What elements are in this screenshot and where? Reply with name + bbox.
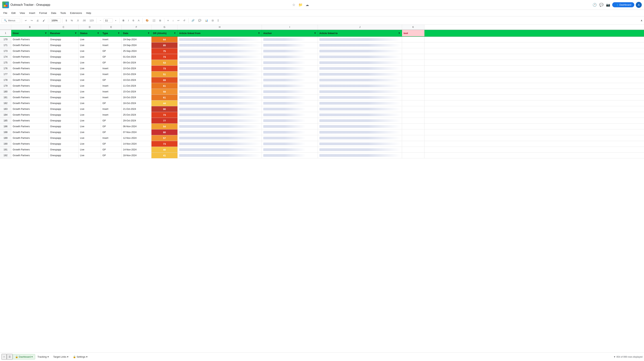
cell-receiver-8[interactable]: Oneupapp: [48, 83, 78, 89]
cell-anchor-1[interactable]: [262, 42, 318, 48]
cell-date-19[interactable]: 14-Nov-2024: [122, 147, 152, 152]
tab-settings[interactable]: 🔒 Settings ▾: [71, 354, 90, 359]
cell-date-5[interactable]: 10-Oct-2024: [122, 66, 152, 71]
cell-date-11[interactable]: 18-Oct-2024: [122, 100, 152, 106]
cell-article-to-13[interactable]: [318, 112, 402, 118]
zoom-control[interactable]: 100%: [50, 18, 61, 22]
cell-receiver-20[interactable]: Oneupapp: [48, 153, 78, 158]
avatar[interactable]: A: [636, 2, 642, 8]
dr-filter[interactable]: ▼: [174, 32, 176, 34]
cell-article-from-19[interactable]: [178, 147, 262, 152]
cell-date-20[interactable]: 18-Nov-2024: [122, 153, 152, 158]
cell-article-to-20[interactable]: [318, 153, 402, 158]
cell-giver-18[interactable]: Growth Partners: [11, 141, 48, 147]
add-sheet-button[interactable]: +: [2, 354, 7, 360]
cell-giver-15[interactable]: Growth Partners: [11, 124, 48, 129]
cell-tool-15[interactable]: [402, 124, 424, 129]
cell-date-0[interactable]: 19-Sep-2024: [122, 37, 152, 42]
cell-anchor-8[interactable]: [262, 83, 318, 89]
cell-type-7[interactable]: GP: [101, 77, 122, 83]
cell-tool-10[interactable]: [402, 95, 424, 100]
cell-giver-7[interactable]: Growth Partners: [11, 77, 48, 83]
table-row[interactable]: 191 Growth Partners Oneupapp Live GP 14-…: [0, 147, 644, 153]
cell-tool-0[interactable]: [402, 37, 424, 42]
percent-button[interactable]: %: [69, 18, 74, 23]
cell-giver-8[interactable]: Growth Partners: [11, 83, 48, 89]
anchor-filter[interactable]: ▼: [314, 32, 316, 34]
cell-dr-1[interactable]: 85: [152, 42, 178, 48]
cell-tool-7[interactable]: [402, 77, 424, 83]
cell-anchor-0[interactable]: [262, 37, 318, 42]
cell-date-6[interactable]: 10-Oct-2024: [122, 72, 152, 77]
cell-anchor-11[interactable]: [262, 100, 318, 106]
cell-article-to-19[interactable]: [318, 147, 402, 152]
text-color-button[interactable]: A: [136, 18, 141, 23]
table-row[interactable]: 174 Growth Partners Oneupapp Live GP 01-…: [0, 54, 644, 60]
table-row[interactable]: 189 Growth Partners Oneupapp Live Insert…: [0, 135, 644, 141]
col-e-header[interactable]: E: [101, 25, 122, 30]
table-row[interactable]: 180 Growth Partners Oneupapp Live Insert…: [0, 89, 644, 95]
cell-dr-11[interactable]: 44: [152, 100, 178, 106]
type-filter[interactable]: ▼: [118, 32, 120, 34]
cell-status-8[interactable]: Live: [78, 83, 101, 89]
cell-status-18[interactable]: Live: [78, 141, 101, 147]
cell-date-14[interactable]: 29-Oct-2024: [122, 118, 152, 124]
cell-receiver-0[interactable]: Oneupapp: [48, 37, 78, 42]
cell-giver-5[interactable]: Growth Partners: [11, 66, 48, 71]
cell-giver-14[interactable]: Growth Partners: [11, 118, 48, 124]
tab-settings-dropdown[interactable]: ▾: [86, 356, 88, 358]
table-row[interactable]: 175 Growth Partners Oneupapp Live GP 09-…: [0, 60, 644, 66]
cell-date-2[interactable]: 25-Sep-2024: [122, 48, 152, 54]
col-i-header[interactable]: I: [262, 25, 318, 30]
folder-icon[interactable]: 📁: [298, 2, 303, 8]
cell-type-13[interactable]: Insert: [101, 112, 122, 118]
cell-receiver-17[interactable]: Oneupapp: [48, 135, 78, 141]
cell-status-4[interactable]: Live: [78, 60, 101, 66]
cell-article-from-17[interactable]: [178, 135, 262, 141]
cell-article-to-18[interactable]: [318, 141, 402, 147]
cell-anchor-9[interactable]: [262, 89, 318, 94]
tab-tracking-dropdown[interactable]: ▾: [48, 356, 49, 358]
col-h-header[interactable]: H: [178, 25, 262, 30]
table-row[interactable]: 192 Growth Partners Oneupapp Live GP 18-…: [0, 153, 644, 158]
cell-dr-13[interactable]: 73: [152, 112, 178, 118]
sheets-menu-button[interactable]: ☰: [7, 354, 13, 360]
cell-tool-17[interactable]: [402, 135, 424, 141]
cell-giver-17[interactable]: Growth Partners: [11, 135, 48, 141]
cell-dr-14[interactable]: 77: [152, 118, 178, 124]
cell-anchor-3[interactable]: [262, 54, 318, 60]
cell-receiver-12[interactable]: Oneupapp: [48, 106, 78, 112]
cell-dr-19[interactable]: 40: [152, 147, 178, 152]
cell-receiver-10[interactable]: Oneupapp: [48, 95, 78, 100]
cell-status-9[interactable]: Live: [78, 89, 101, 94]
comment-icon[interactable]: 💬: [599, 2, 604, 8]
cell-article-from-8[interactable]: [178, 83, 262, 89]
cell-type-8[interactable]: Insert: [101, 83, 122, 89]
cell-anchor-4[interactable]: [262, 60, 318, 66]
cell-article-to-17[interactable]: [318, 135, 402, 141]
cell-receiver-4[interactable]: Oneupapp: [48, 60, 78, 66]
cell-article-to-9[interactable]: [318, 89, 402, 94]
cell-status-7[interactable]: Live: [78, 77, 101, 83]
cell-type-15[interactable]: GP: [101, 124, 122, 129]
cell-article-from-4[interactable]: [178, 60, 262, 66]
cell-giver-3[interactable]: Growth Partners: [11, 54, 48, 60]
link-button[interactable]: 🔗: [190, 18, 196, 23]
cell-date-1[interactable]: 19-Sep-2024: [122, 42, 152, 48]
cell-article-to-15[interactable]: [318, 124, 402, 129]
cell-article-from-18[interactable]: [178, 141, 262, 147]
cell-dr-6[interactable]: 51: [152, 72, 178, 77]
cell-status-17[interactable]: Live: [78, 135, 101, 141]
menu-extensions[interactable]: Extensions: [68, 11, 84, 15]
cell-dr-2[interactable]: 75: [152, 48, 178, 54]
cell-date-4[interactable]: 09-Oct-2024: [122, 60, 152, 66]
tab-dashboard[interactable]: 🔒 Dashboard ▾: [13, 354, 35, 360]
cell-status-3[interactable]: Live: [78, 54, 101, 60]
cell-tool-5[interactable]: [402, 66, 424, 71]
cell-dr-17[interactable]: 57: [152, 135, 178, 141]
table-row[interactable]: 183 Growth Partners Oneupapp Live Insert…: [0, 106, 644, 112]
cell-article-from-14[interactable]: [178, 118, 262, 124]
cell-anchor-2[interactable]: [262, 48, 318, 54]
cell-article-to-8[interactable]: [318, 83, 402, 89]
cell-giver-2[interactable]: Growth Partners: [11, 48, 48, 54]
